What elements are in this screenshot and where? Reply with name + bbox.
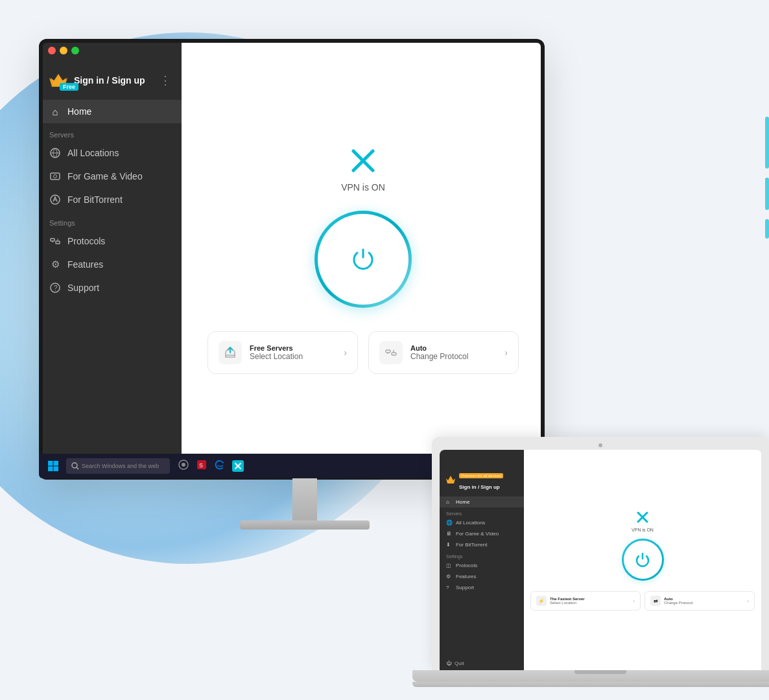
- support-icon: ?: [49, 282, 61, 294]
- free-badge: Free: [60, 83, 78, 91]
- mini-server-icon: ⚡: [536, 596, 547, 606]
- mini-server-chevron: ›: [633, 598, 635, 604]
- protocols-icon: [49, 235, 61, 247]
- svg-rect-25: [48, 467, 53, 472]
- svg-rect-26: [54, 467, 59, 472]
- mini-protocols-icon: ◫: [446, 563, 453, 568]
- mini-main-content: VPN is ON ⚡ The Fastest Server Select Lo…: [524, 450, 761, 670]
- svg-point-30: [182, 463, 185, 467]
- dot-yellow[interactable]: [60, 47, 67, 54]
- sidebar-item-home[interactable]: ⌂ Home: [39, 100, 182, 123]
- sidebar-title: Sign in / Sign up: [74, 75, 145, 86]
- free-servers-card[interactable]: Free Servers Select Location ›: [207, 331, 358, 374]
- sidebar-header: Free Sign in / Sign up ⋮: [39, 65, 182, 100]
- mini-settings-label: Settings: [440, 550, 524, 560]
- mini-power-button[interactable]: [622, 539, 664, 581]
- mini-bittorrent[interactable]: ⬇ For BitTorrent: [440, 539, 524, 550]
- mini-all-locations[interactable]: 🌐 All Locations: [440, 517, 524, 528]
- sidebar-item-support[interactable]: ? Support: [39, 276, 182, 299]
- mini-support-label: Support: [456, 585, 474, 590]
- mini-torrent-icon: ⬇: [446, 542, 453, 548]
- mini-vpn-logo: [635, 509, 650, 525]
- svg-rect-6: [51, 173, 60, 180]
- mini-fastest-server-card[interactable]: ⚡ The Fastest Server Select Location ›: [530, 591, 641, 611]
- game-video-icon: [49, 170, 61, 182]
- camera-dot: [598, 443, 602, 447]
- mini-premium-badge: Premium for all devices: [459, 473, 503, 478]
- sidebar-item-all-locations[interactable]: All Locations: [39, 141, 182, 165]
- mini-bottom-cards: ⚡ The Fastest Server Select Location › ⇄…: [530, 591, 755, 611]
- vpn-logo: [347, 145, 379, 177]
- monitor-screen: Free Sign in / Sign up ⋮ ⌂ Home Servers: [39, 39, 545, 480]
- mini-torrent-label: For BitTorrent: [456, 542, 487, 548]
- svg-rect-11: [56, 241, 60, 244]
- mini-protocol-card[interactable]: ⇄ Auto Change Protocol ›: [645, 591, 755, 611]
- mini-features[interactable]: ⚙ Features: [440, 571, 524, 582]
- all-locations-label: All Locations: [67, 148, 119, 158]
- svg-rect-24: [54, 461, 59, 466]
- free-servers-icon-wrap: [219, 341, 242, 364]
- sidebar-item-bittorrent[interactable]: For BitTorrent: [39, 188, 182, 211]
- laptop-foot: [412, 682, 769, 687]
- vpn-status-label: VPN is ON: [341, 182, 385, 192]
- settings-section-label: Settings: [39, 211, 182, 229]
- power-icon: [348, 244, 378, 274]
- free-servers-top-label: Free Servers: [250, 344, 336, 352]
- bottom-cards: Free Servers Select Location ›: [207, 331, 519, 374]
- free-servers-text: Free Servers Select Location: [250, 344, 336, 361]
- dot-green[interactable]: [71, 47, 79, 54]
- free-servers-bottom-label: Select Location: [250, 352, 336, 361]
- mini-game-video[interactable]: 🖥 For Game & Video: [440, 528, 524, 539]
- taskbar-icon-edge[interactable]: [214, 459, 226, 473]
- more-menu-button[interactable]: ⋮: [160, 73, 171, 88]
- main-content: VPN is ON: [182, 39, 545, 480]
- features-icon: ⚙: [49, 259, 61, 270]
- protocol-top-label: Auto: [410, 344, 497, 352]
- taskbar-icon-store[interactable]: S: [196, 459, 207, 473]
- features-label: Features: [67, 259, 103, 270]
- svg-text:S: S: [199, 462, 203, 469]
- mini-quit-button[interactable]: ⏻ Quit: [440, 657, 524, 670]
- mini-features-icon: ⚙: [446, 574, 453, 579]
- mini-features-label: Features: [456, 574, 477, 579]
- mini-protocol-chevron: ›: [747, 598, 749, 604]
- protocols-label: Protocols: [67, 236, 105, 246]
- svg-line-28: [77, 467, 78, 469]
- protocol-card[interactable]: Auto Change Protocol ›: [368, 331, 519, 374]
- svg-rect-19: [386, 350, 390, 353]
- laptop-hinge: [574, 670, 626, 674]
- mini-support-icon: ?: [446, 585, 453, 590]
- mini-protocols[interactable]: ◫ Protocols: [440, 560, 524, 571]
- mini-support[interactable]: ? Support: [440, 582, 524, 593]
- bittorrent-icon: [49, 194, 61, 205]
- mini-sidebar-home[interactable]: ⌂ Home: [440, 496, 524, 508]
- mini-all-loc-label: All Locations: [456, 520, 485, 526]
- windows-icon[interactable]: [44, 457, 62, 475]
- svg-point-27: [72, 463, 77, 468]
- mini-sidebar: Premium for all devices Sign in / Sign u…: [440, 450, 524, 670]
- power-button[interactable]: [314, 211, 412, 308]
- taskbar-icon-cortana[interactable]: [178, 459, 189, 473]
- protocol-text: Auto Change Protocol: [410, 344, 497, 361]
- svg-rect-23: [48, 461, 53, 466]
- dot-red[interactable]: [48, 47, 56, 54]
- crown-icon: Free: [49, 71, 67, 89]
- support-label: Support: [67, 283, 99, 293]
- sidebar-item-protocols[interactable]: Protocols: [39, 229, 182, 253]
- sidebar-item-features[interactable]: ⚙ Features: [39, 253, 182, 276]
- taskbar-icon-vpn[interactable]: [232, 460, 244, 472]
- mini-protocol-text: Auto Change Protocol: [664, 597, 744, 605]
- monitor-stand: [240, 478, 370, 530]
- taskbar-search[interactable]: Search Windows and the web: [66, 458, 170, 474]
- protocol-chevron: ›: [504, 347, 508, 358]
- sidebar-item-game-video[interactable]: For Game & Video: [39, 165, 182, 188]
- svg-text:?: ?: [54, 285, 58, 292]
- mini-servers-label: Servers: [440, 508, 524, 517]
- svg-point-7: [54, 175, 57, 178]
- laptop-base: [412, 670, 769, 682]
- laptop-camera: [440, 443, 761, 447]
- mini-protocols-label: Protocols: [456, 563, 477, 568]
- mini-home-label: Home: [456, 499, 469, 505]
- laptop: Premium for all devices Sign in / Sign u…: [412, 437, 769, 687]
- teal-bar-1: [765, 117, 769, 169]
